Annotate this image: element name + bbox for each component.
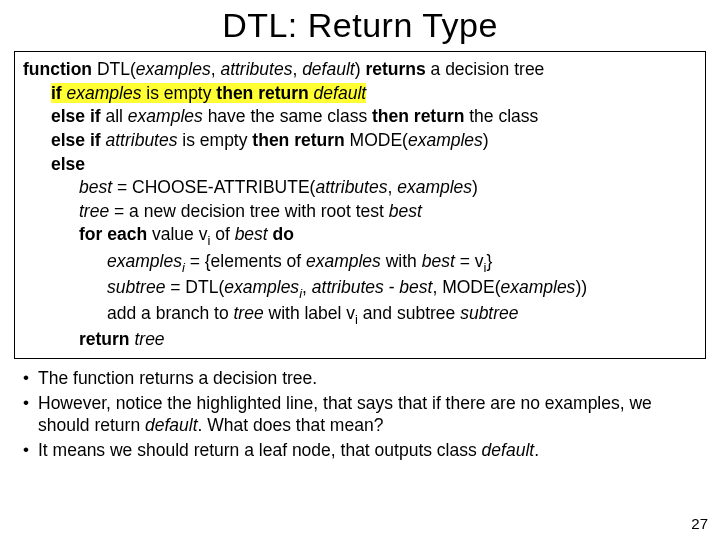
pseudocode-box: function DTL(examples, attributes, defau… [14,51,706,359]
bullet-3-text: It means we should return a leaf node, t… [38,439,706,462]
bullet-1-text: The function returns a decision tree. [38,367,706,390]
bullet-3: • It means we should return a leaf node,… [14,439,706,462]
code-line-12: return tree [23,328,697,352]
code-line-9: examplesi = {elements of examples with b… [23,250,697,276]
code-line-8: for each value vi of best do [23,223,697,249]
bullet-dot-icon: • [14,439,38,461]
code-line-4: else if attributes is empty then return … [23,129,697,153]
code-line-7: tree = a new decision tree with root tes… [23,200,697,224]
page-number: 27 [691,515,708,532]
bullet-1: • The function returns a decision tree. [14,367,706,390]
code-line-3: else if all examples have the same class… [23,105,697,129]
code-line-11: add a branch to tree with label vi and s… [23,302,697,328]
bullet-2-text: However, notice the highlighted line, th… [38,392,706,438]
bullet-dot-icon: • [14,367,38,389]
bullet-list: • The function returns a decision tree. … [14,367,706,462]
code-line-6: best = CHOOSE-ATTRIBUTE(attributes, exam… [23,176,697,200]
code-line-1: function DTL(examples, attributes, defau… [23,58,697,82]
slide-title: DTL: Return Type [0,6,720,45]
code-line-2-highlighted: if examples is empty then return default [23,82,697,106]
code-line-5: else [23,153,697,177]
bullet-2: • However, notice the highlighted line, … [14,392,706,438]
bullet-dot-icon: • [14,392,38,414]
code-line-10: subtree = DTL(examplesi, attributes - be… [23,276,697,302]
